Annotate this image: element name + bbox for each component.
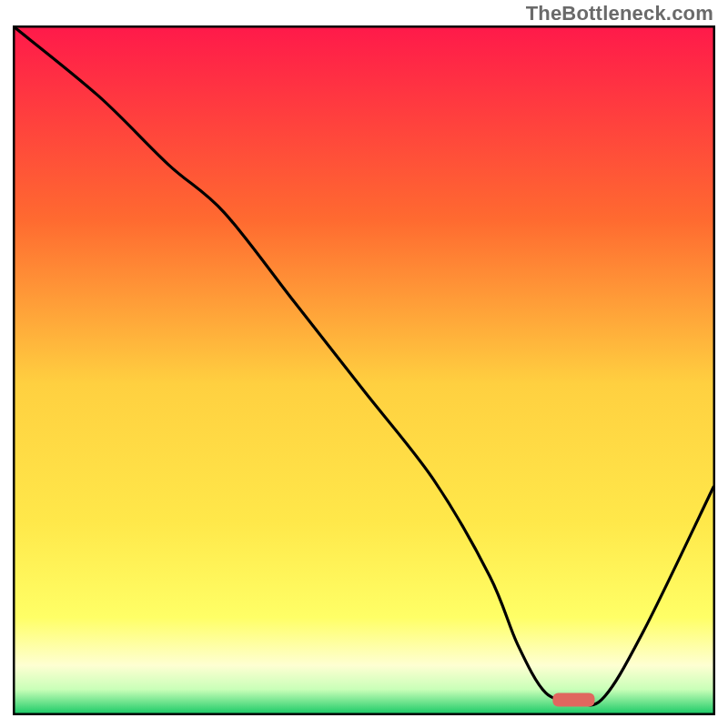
- chart-svg: [13, 25, 715, 715]
- optimal-marker: [552, 693, 594, 706]
- gradient-background: [15, 27, 713, 713]
- attribution-text: TheBottleneck.com: [526, 2, 713, 25]
- bottleneck-chart: [13, 25, 715, 715]
